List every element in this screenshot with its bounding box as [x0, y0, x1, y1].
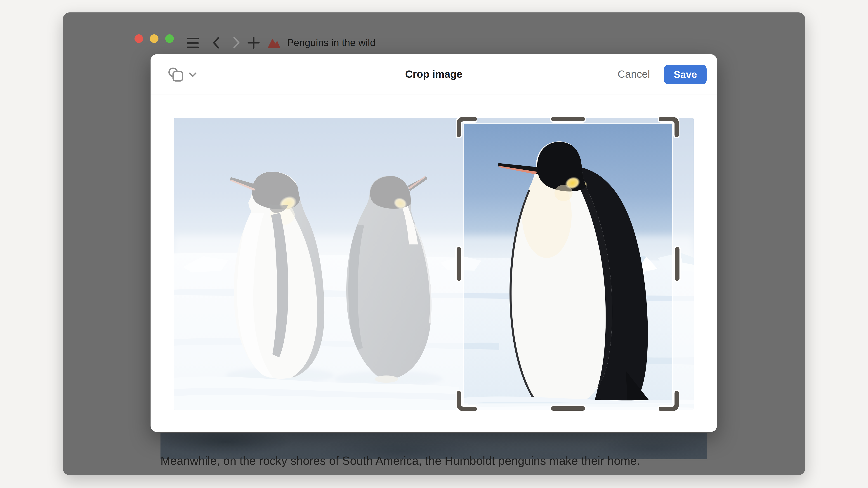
- crop-corner-handle-top-right[interactable]: [658, 116, 680, 138]
- crop-edge-handle-top[interactable]: [551, 117, 585, 121]
- crop-corner-handle-top-left[interactable]: [456, 116, 477, 138]
- crop-corner-handle-bottom-right[interactable]: [658, 390, 680, 412]
- page-title: Penguins in the wild: [287, 37, 375, 49]
- mountain-doc-icon: [267, 37, 281, 48]
- aspect-ratio-dropdown[interactable]: [166, 65, 208, 83]
- add-icon[interactable]: [247, 36, 260, 50]
- menu-icon[interactable]: [187, 38, 199, 48]
- back-icon[interactable]: [210, 36, 223, 50]
- crop-corner-handle-bottom-left[interactable]: [456, 390, 477, 412]
- crop-edge-handle-right[interactable]: [675, 247, 680, 281]
- cancel-button[interactable]: Cancel: [611, 54, 656, 94]
- crop-edge-handle-left[interactable]: [457, 247, 461, 281]
- close-window-button[interactable]: [134, 34, 143, 43]
- zoom-window-button[interactable]: [165, 34, 174, 43]
- document-caption: Meanwhile, on the rocky shores of South …: [160, 453, 640, 468]
- minimize-window-button[interactable]: [150, 34, 158, 43]
- forward-icon[interactable]: [229, 36, 243, 50]
- crop-edge-handle-bottom[interactable]: [551, 406, 585, 411]
- save-button[interactable]: Save: [664, 65, 707, 84]
- crop-region[interactable]: [463, 123, 673, 404]
- desktop: Penguins in the wild Meanwhile, on the r…: [0, 0, 868, 488]
- chevron-down-icon: [190, 73, 196, 76]
